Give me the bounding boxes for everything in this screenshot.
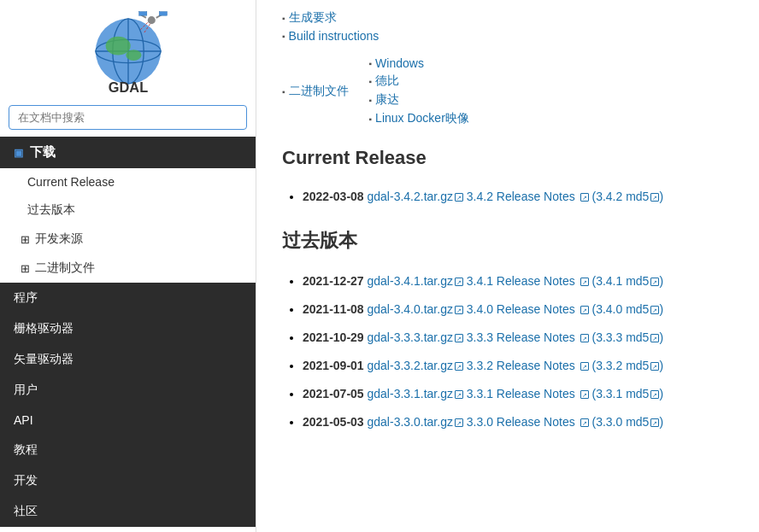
toc-link-docker[interactable]: Linux Docker映像 — [375, 111, 469, 126]
toc-link-debian[interactable]: 德比 — [375, 73, 399, 89]
sidebar-item-programs-label: 程序 — [14, 290, 38, 306]
external-link-icon — [650, 306, 659, 314]
tarball-link[interactable]: gdal-3.3.1.tar.gz — [368, 387, 453, 400]
tarball-link[interactable]: gdal-3.4.2.tar.gz — [368, 190, 453, 203]
close-paren: ) — [659, 387, 663, 400]
close-paren: ) — [659, 330, 663, 344]
expand-icon: ▣ — [14, 147, 23, 159]
toc-item-1: Build instructions — [282, 27, 733, 44]
svg-point-5 — [105, 37, 130, 56]
md5-link[interactable]: 3.3.2 md5 — [596, 359, 649, 372]
sidebar-item-binary-files[interactable]: ⊞ 二进制文件 — [0, 254, 256, 283]
table-row: 2021-12-27 gdal-3.4.1.tar.gz 3.4.1 Relea… — [303, 267, 733, 295]
table-row: 2022-03-08 gdal-3.4.2.tar.gz 3.4.2 Relea… — [303, 183, 733, 211]
external-link-icon — [650, 362, 659, 371]
sidebar-item-vector-drivers[interactable]: 矢量驱动器 — [0, 344, 256, 375]
close-paren: ) — [659, 190, 663, 203]
sidebar-item-past-versions[interactable]: 过去版本 — [0, 196, 256, 225]
sidebar-item-community-label: 社区 — [14, 504, 38, 519]
sidebar-item-api[interactable]: API — [0, 406, 256, 435]
close-paren: ) — [659, 302, 663, 316]
expand-prefix-dev: ⊞ — [21, 233, 30, 246]
release-date: 2022-03-08 — [303, 190, 368, 203]
sidebar-item-dev-source-label: 开发来源 — [35, 231, 83, 247]
table-row: 2021-10-29 gdal-3.3.3.tar.gz 3.3.3 Relea… — [303, 324, 733, 352]
external-link-icon — [455, 418, 463, 427]
table-row: 2021-09-01 gdal-3.3.2.tar.gz 3.3.2 Relea… — [303, 352, 733, 380]
external-link-icon — [580, 278, 589, 286]
tarball-link[interactable]: gdal-3.3.3.tar.gz — [368, 330, 453, 344]
past-versions-title: 过去版本 — [282, 228, 733, 257]
sidebar-item-programs[interactable]: 程序 — [0, 283, 256, 313]
logo-area: GDAL — [0, 0, 256, 98]
release-notes-link[interactable]: 3.4.1 Release Notes — [463, 274, 579, 288]
release-notes-link[interactable]: 3.4.0 Release Notes — [463, 302, 579, 316]
release-notes-link[interactable]: 3.3.2 Release Notes — [463, 359, 579, 372]
table-row: 2021-07-05 gdal-3.3.1.tar.gz 3.3.1 Relea… — [303, 380, 733, 408]
release-date: 2021-09-01 — [303, 359, 368, 372]
external-link-icon — [580, 306, 589, 314]
close-paren: ) — [659, 274, 663, 288]
close-paren: ) — [659, 359, 663, 372]
external-link-icon — [650, 278, 659, 286]
external-link-icon — [455, 390, 463, 399]
sidebar-item-community[interactable]: 社区 — [0, 496, 256, 527]
release-notes-link[interactable]: 3.3.1 Release Notes — [463, 387, 579, 400]
external-link-icon — [650, 418, 659, 427]
release-notes-link[interactable]: 3.3.3 Release Notes — [463, 330, 579, 344]
tarball-link[interactable]: gdal-3.4.0.tar.gz — [368, 302, 453, 316]
external-link-icon — [580, 418, 589, 427]
toc-item-0: 生成要求 — [282, 9, 733, 27]
search-input[interactable] — [9, 105, 247, 130]
svg-rect-11 — [159, 12, 167, 16]
toc-link-build-requirements[interactable]: 生成要求 — [289, 10, 337, 26]
md5-link[interactable]: 3.3.0 md5 — [596, 415, 649, 429]
toc-link-conda[interactable]: 康达 — [375, 92, 399, 108]
md5-link[interactable]: 3.3.1 md5 — [596, 387, 649, 400]
sidebar-item-users[interactable]: 用户 — [0, 375, 256, 406]
sidebar-item-binary-files-label: 二进制文件 — [35, 260, 95, 276]
release-notes-link[interactable]: 3.3.0 Release Notes — [463, 415, 579, 429]
close-paren: ) — [659, 415, 663, 429]
external-link-icon — [580, 362, 589, 371]
tarball-link[interactable]: gdal-3.4.1.tar.gz — [368, 274, 453, 288]
sidebar-item-download[interactable]: ▣ 下载 — [0, 137, 256, 168]
tarball-link[interactable]: gdal-3.3.0.tar.gz — [368, 415, 453, 429]
sidebar: GDAL ▣ 下载 Current Release 过去版本 ⊞ 开发来源 ⊞ … — [0, 0, 256, 532]
external-link-icon — [580, 193, 589, 202]
external-link-icon — [580, 334, 589, 342]
external-link-icon — [455, 334, 463, 342]
toc-binary-conda: 康达 — [369, 91, 469, 109]
toc-list: 生成要求 Build instructions — [282, 9, 733, 44]
md5-link[interactable]: 3.4.2 md5 — [596, 190, 649, 203]
external-link-icon — [455, 278, 463, 286]
sidebar-nav: ▣ 下载 Current Release 过去版本 ⊞ 开发来源 ⊞ 二进制文件… — [0, 137, 256, 532]
toc-binary-parent: 二进制文件 Windows 德比 康达 Linux Docker映像 — [282, 53, 733, 130]
release-date: 2021-07-05 — [303, 387, 368, 400]
toc-binary-children: Windows 德比 康达 Linux Docker映像 — [352, 55, 469, 128]
table-row: 2021-11-08 gdal-3.4.0.tar.gz 3.4.0 Relea… — [303, 295, 733, 324]
past-versions-list: 2021-12-27 gdal-3.4.1.tar.gz 3.4.1 Relea… — [282, 267, 733, 436]
release-notes-link[interactable]: 3.4.2 Release Notes — [463, 190, 579, 203]
external-link-icon — [650, 390, 659, 399]
toc-link-windows[interactable]: Windows — [375, 56, 424, 70]
external-link-icon — [455, 193, 463, 202]
svg-point-7 — [147, 16, 155, 24]
toc-link-binary[interactable]: 二进制文件 — [289, 84, 349, 99]
md5-link[interactable]: 3.3.3 md5 — [596, 330, 649, 344]
sidebar-item-raster-drivers-label: 栅格驱动器 — [14, 321, 74, 336]
sidebar-item-dev-source[interactable]: ⊞ 开发来源 — [0, 225, 256, 254]
sidebar-item-raster-drivers[interactable]: 栅格驱动器 — [0, 313, 256, 344]
external-link-icon — [455, 306, 463, 314]
external-link-icon — [650, 334, 659, 342]
md5-link[interactable]: 3.4.1 md5 — [596, 274, 649, 288]
toc-binary-item: 二进制文件 Windows 德比 康达 Linux Docker映像 — [282, 53, 733, 130]
svg-text:GDAL: GDAL — [108, 79, 147, 94]
tarball-link[interactable]: gdal-3.3.2.tar.gz — [368, 359, 453, 372]
md5-link[interactable]: 3.4.0 md5 — [596, 302, 649, 316]
sidebar-item-vector-drivers-label: 矢量驱动器 — [14, 352, 74, 367]
sidebar-item-current-release[interactable]: Current Release — [0, 168, 256, 196]
sidebar-item-development[interactable]: 开发 — [0, 465, 256, 496]
toc-link-build-instructions[interactable]: Build instructions — [289, 29, 380, 43]
sidebar-item-tutorials[interactable]: 教程 — [0, 435, 256, 465]
